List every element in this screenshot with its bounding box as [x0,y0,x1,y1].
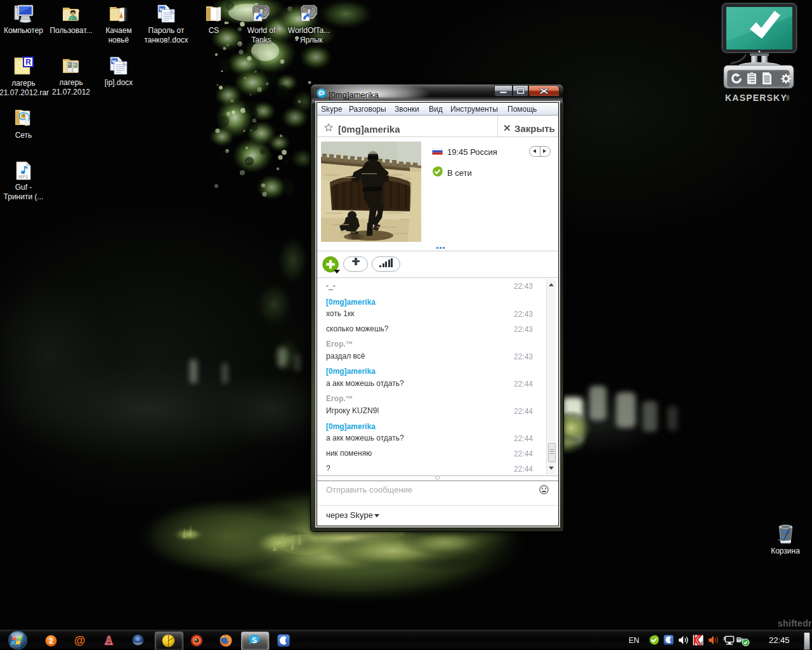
svg-text:R: R [25,58,31,67]
svg-text:2: 2 [49,637,53,646]
svg-text:KASPERSKY: KASPERSKY [725,93,787,103]
svg-text:MUZILA: MUZILA [105,643,112,646]
svg-text:@: @ [74,634,86,646]
svg-text:S: S [252,636,257,645]
svg-text:MP3: MP3 [19,175,29,179]
svg-text:lab: lab [785,95,790,100]
